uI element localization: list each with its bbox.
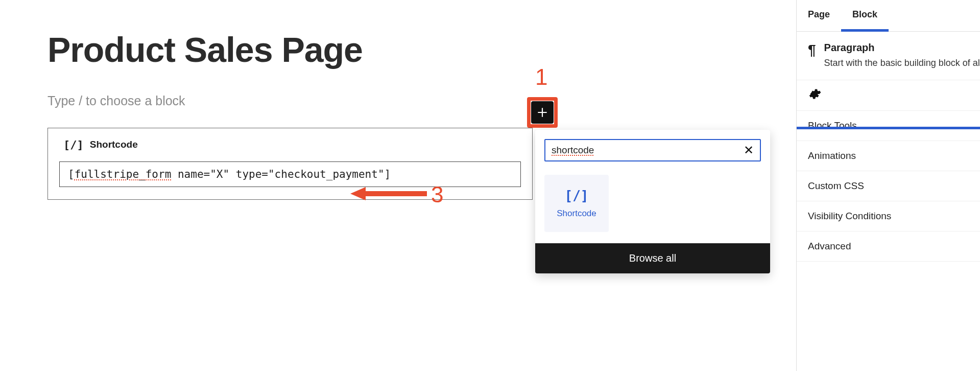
sidebar-section-custom-css[interactable]: Custom CSS — [797, 171, 980, 201]
annotation-arrow-3 — [350, 187, 427, 200]
settings-sidebar: Page Block ¶ Paragraph Start with the ba… — [796, 0, 980, 371]
block-type-desc: Start with the basic building block of a… — [824, 57, 980, 69]
gear-icon — [808, 87, 821, 101]
shortcode-input[interactable]: [fullstripe_form name="X" type="checkout… — [59, 161, 521, 187]
sidebar-section-indicator — [797, 127, 980, 129]
inserter-result-shortcode[interactable]: [/] Shortcode — [544, 175, 609, 232]
annotation-highlight-1 — [527, 97, 558, 128]
plus-icon — [536, 106, 549, 119]
browse-all-button[interactable]: Browse all — [535, 243, 770, 273]
block-type-title: Paragraph — [824, 42, 980, 54]
sidebar-section-visibility[interactable]: Visibility Conditions — [797, 201, 980, 231]
annotation-3: 3 — [431, 182, 443, 207]
sidebar-section-advanced[interactable]: Advanced — [797, 231, 980, 262]
shortcode-icon: [/] — [565, 188, 589, 203]
clear-search-icon[interactable]: ✕ — [744, 144, 754, 156]
block-search-input[interactable]: shortcode ✕ — [544, 139, 761, 161]
shortcode-block-label: Shortcode — [90, 139, 138, 150]
paragraph-icon: ¶ — [808, 42, 816, 58]
shortcode-block: [/] Shortcode [fullstripe_form name="X" … — [47, 128, 533, 200]
annotation-1: 1 — [535, 64, 547, 90]
sidebar-section-animations[interactable]: Animations — [797, 141, 980, 171]
page-title[interactable]: Product Sales Page — [47, 31, 562, 69]
block-settings-row[interactable] — [797, 80, 980, 111]
sidebar-section-block-tools[interactable]: Block Tools — [797, 111, 980, 141]
tab-page[interactable]: Page — [797, 0, 841, 31]
shortcode-icon: [/] — [63, 138, 84, 151]
svg-marker-1 — [350, 187, 366, 200]
inserter-result-label: Shortcode — [557, 208, 596, 219]
block-inserter-popover: shortcode ✕ [/] Shortcode Browse all — [535, 130, 770, 273]
block-placeholder[interactable]: Type / to choose a block — [47, 94, 562, 108]
add-block-button[interactable] — [531, 101, 554, 124]
tab-block[interactable]: Block — [841, 0, 889, 31]
